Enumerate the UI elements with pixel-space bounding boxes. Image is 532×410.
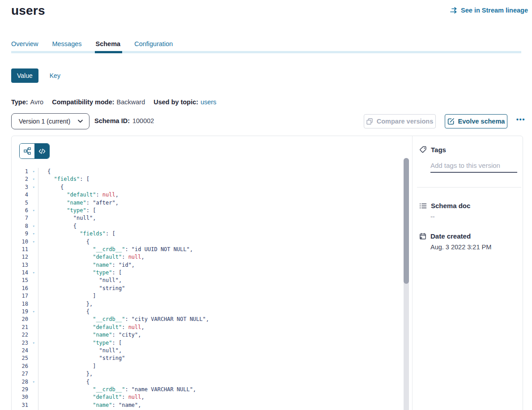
fold-arrow-icon[interactable]: ▾ bbox=[33, 230, 35, 238]
code-line-text: "type": [ bbox=[38, 207, 96, 214]
tag-icon bbox=[419, 146, 427, 154]
stream-lineage-icon bbox=[450, 7, 458, 13]
gutter-cell: 3▾ bbox=[12, 184, 38, 191]
line-number: 1 bbox=[25, 168, 28, 175]
tab-overview[interactable]: Overview bbox=[11, 40, 38, 47]
tab-schema[interactable]: Schema bbox=[96, 40, 121, 47]
fold-arrow-icon[interactable]: ▾ bbox=[33, 378, 35, 386]
gutter-cell: 5 bbox=[12, 199, 38, 207]
gutter-cell: 21 bbox=[12, 324, 38, 331]
line-number: 6 bbox=[25, 207, 28, 214]
code-line: 9▾ "fields": [ bbox=[12, 230, 404, 238]
more-options-button[interactable]: ••• bbox=[516, 115, 525, 123]
add-tags-input[interactable] bbox=[430, 161, 517, 173]
code-line: 12 "default": null, bbox=[12, 253, 404, 261]
version-details-sidebar: Tags Schema doc -- bbox=[412, 136, 523, 410]
code-line: 28▾ { bbox=[12, 378, 404, 386]
line-number: 8 bbox=[25, 222, 28, 230]
code-line: 1▾{ bbox=[12, 168, 404, 175]
code-line-text: { bbox=[38, 238, 89, 246]
date-created-heading: Date created bbox=[419, 232, 471, 240]
topic-link[interactable]: users bbox=[200, 98, 216, 106]
compare-versions-button[interactable]: Compare versions bbox=[364, 114, 436, 128]
code-line: 25 "string" bbox=[12, 354, 404, 362]
schema-code-editor[interactable]: 1▾{2▾ "fields": [3▾ {4 "default": null,5… bbox=[12, 164, 404, 410]
code-line-text: "default": null, bbox=[38, 324, 145, 331]
fold-arrow-icon[interactable]: ▾ bbox=[33, 339, 35, 347]
fold-arrow-icon[interactable]: ▾ bbox=[33, 222, 35, 230]
key-tab-link[interactable]: Key bbox=[50, 72, 60, 79]
gutter-cell: 29 bbox=[12, 386, 38, 393]
editor-scrollbar-track[interactable] bbox=[404, 158, 409, 410]
fold-arrow-icon[interactable]: ▾ bbox=[33, 175, 35, 183]
code-line-text: "fields": [ bbox=[38, 230, 115, 238]
meta-used-by-topic: Used by topic: users bbox=[153, 98, 216, 106]
tab-configuration[interactable]: Configuration bbox=[134, 40, 173, 47]
evolve-schema-button[interactable]: Evolve schema bbox=[445, 114, 507, 128]
gutter-cell: 7 bbox=[12, 214, 38, 222]
version-select[interactable]: Version 1 (current) bbox=[11, 113, 89, 129]
code-line: 13 "name": "id", bbox=[12, 261, 404, 269]
gutter-cell: 30 bbox=[12, 393, 38, 401]
code-line-text: "null", bbox=[38, 347, 122, 354]
gutter-cell: 28▾ bbox=[12, 378, 38, 386]
line-number: 9 bbox=[25, 230, 28, 238]
line-number: 3 bbox=[25, 184, 28, 191]
fold-arrow-icon[interactable]: ▾ bbox=[33, 269, 35, 277]
stream-lineage-link[interactable]: See in Stream lineage bbox=[450, 7, 528, 14]
fold-arrow-icon[interactable]: ▾ bbox=[33, 238, 35, 246]
code-line: 8▾ { bbox=[12, 222, 404, 230]
code-line: 7 "null", bbox=[12, 214, 404, 222]
code-line: 26 ] bbox=[12, 363, 404, 370]
code-line-text: "__crdb__": "city VARCHAR NOT NULL", bbox=[38, 316, 209, 323]
code-view-button[interactable] bbox=[34, 144, 49, 158]
line-number: 12 bbox=[22, 253, 28, 261]
code-line: 17 ] bbox=[12, 292, 404, 300]
line-number: 11 bbox=[22, 246, 28, 253]
gutter-cell: 10▾ bbox=[12, 238, 38, 246]
code-line-text: "default": null, bbox=[38, 191, 119, 199]
code-line: 15 "null", bbox=[12, 277, 404, 284]
tree-view-button[interactable] bbox=[20, 144, 34, 158]
value-key-toggle: Value Key bbox=[11, 68, 60, 83]
editor-lines: 1▾{2▾ "fields": [3▾ {4 "default": null,5… bbox=[12, 164, 404, 410]
code-line: 4 "default": null, bbox=[12, 191, 404, 199]
line-number: 4 bbox=[25, 191, 28, 199]
line-number: 30 bbox=[22, 393, 28, 401]
code-line: 6▾ "type": [ bbox=[12, 207, 404, 214]
gutter-cell: 1▾ bbox=[12, 168, 38, 175]
line-number: 19 bbox=[22, 308, 28, 316]
line-number: 21 bbox=[22, 324, 28, 331]
code-line-text: }, bbox=[38, 370, 93, 378]
fold-arrow-icon[interactable]: ▾ bbox=[33, 207, 35, 214]
fold-arrow-icon[interactable]: ▾ bbox=[33, 308, 35, 316]
code-line-text: { bbox=[38, 222, 77, 230]
line-number: 31 bbox=[22, 401, 28, 409]
tree-diagram-icon bbox=[24, 147, 31, 155]
compare-pages-icon bbox=[366, 118, 373, 125]
code-line-text: { bbox=[38, 184, 64, 191]
fold-arrow-icon[interactable]: ▾ bbox=[33, 168, 35, 175]
gutter-cell: 13 bbox=[12, 261, 38, 269]
gutter-cell: 15 bbox=[12, 277, 38, 284]
tab-messages[interactable]: Messages bbox=[52, 40, 81, 47]
line-number: 18 bbox=[22, 300, 28, 308]
code-line: 21 "default": null, bbox=[12, 324, 404, 331]
fold-arrow-icon[interactable]: ▾ bbox=[33, 184, 35, 191]
line-number: 23 bbox=[22, 339, 28, 347]
gutter-cell: 23▾ bbox=[12, 339, 38, 347]
value-tab-button[interactable]: Value bbox=[11, 68, 38, 83]
list-icon bbox=[419, 202, 427, 209]
schema-meta-row: Type: Avro Compatibility mode: Backward … bbox=[11, 98, 217, 106]
code-line-text: ] bbox=[38, 363, 96, 370]
calendar-plus-icon bbox=[419, 233, 426, 240]
editor-scrollbar-thumb[interactable] bbox=[404, 158, 409, 284]
line-number: 15 bbox=[22, 277, 28, 284]
chevron-down-icon bbox=[78, 120, 83, 123]
gutter-cell: 2▾ bbox=[12, 175, 38, 183]
gutter-cell: 26 bbox=[12, 363, 38, 370]
gutter-cell: 22 bbox=[12, 331, 38, 339]
schema-doc-value: -- bbox=[430, 213, 435, 220]
date-created-value: Aug. 3 2022 3:21 PM bbox=[430, 243, 491, 251]
schema-panel: 1▾{2▾ "fields": [3▾ {4 "default": null,5… bbox=[11, 136, 523, 410]
